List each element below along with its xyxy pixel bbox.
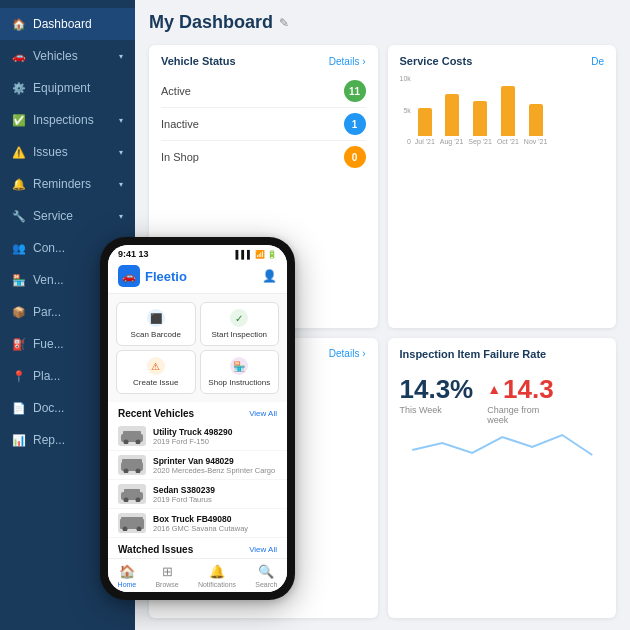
scan-barcode-button[interactable]: ⬛ Scan Barcode: [116, 302, 196, 346]
sidebar-item-dashboard[interactable]: 🏠 Dashboard: [0, 8, 135, 40]
view-all-issues-link[interactable]: View All: [249, 545, 277, 554]
rate-change-value: 14.3: [503, 374, 554, 405]
phone-actions: ⬛ Scan Barcode ✓ Start Inspection ⚠ Crea…: [108, 294, 287, 402]
start-inspection-icon: ✓: [230, 309, 248, 327]
failure-rate-title: Inspection Item Failure Rate: [400, 348, 547, 360]
vehicle-name: Sedan S380239: [153, 485, 277, 495]
fleetio-logo-icon: 🚗: [118, 265, 140, 287]
dashboard-icon: 🏠: [12, 17, 26, 31]
failure-line-chart: [400, 425, 605, 460]
watched-issues-header: Watched Issues View All: [108, 538, 287, 558]
nav-notifications[interactable]: 🔔 Notifications: [198, 564, 236, 588]
sidebar-item-label: Issues: [33, 145, 68, 159]
bar: [445, 94, 459, 136]
nav-browse-label: Browse: [155, 581, 178, 588]
chevron-icon: ▾: [119, 116, 123, 125]
vehicle-info: Sprinter Van 948029 2020 Mercedes-Benz S…: [153, 456, 277, 475]
card-header: Vehicle Status Details ›: [161, 55, 366, 67]
service-costs-title: Service Costs: [400, 55, 473, 67]
svg-rect-4: [123, 431, 141, 436]
rate-label: This Week: [400, 405, 474, 415]
sidebar-item-reminders[interactable]: 🔔 Reminders ▾: [0, 168, 135, 200]
nav-search[interactable]: 🔍 Search: [255, 564, 277, 588]
card-header: Inspection Item Failure Rate: [400, 348, 605, 360]
sidebar-item-label: Vehicles: [33, 49, 78, 63]
service-icon: 🔧: [12, 209, 26, 223]
vehicle-item[interactable]: Box Truck FB49080 2016 GMC Savana Cutawa…: [108, 509, 287, 538]
create-issue-label: Create Issue: [133, 378, 178, 387]
vehicle-thumb: [118, 426, 146, 446]
app-container: 🏠 Dashboard 🚗 Vehicles ▾ ⚙️ Equipment ✅ …: [0, 0, 630, 630]
bar-group: Jul '21: [415, 108, 435, 145]
vehicle-info: Utility Truck 498290 2019 Ford F-150: [153, 427, 277, 446]
browse-nav-icon: ⊞: [162, 564, 173, 579]
nav-browse[interactable]: ⊞ Browse: [155, 564, 178, 588]
sidebar-item-inspections[interactable]: ✅ Inspections ▾: [0, 104, 135, 136]
view-all-vehicles-link[interactable]: View All: [249, 409, 277, 418]
sidebar-item-label: Pla...: [33, 369, 60, 383]
vehicle-item[interactable]: Sedan S380239 2019 Ford Taurus: [108, 480, 287, 509]
contacts-icon: 👥: [12, 241, 26, 255]
y-label: 5k: [400, 107, 411, 114]
sidebar-item-label: Service: [33, 209, 73, 223]
phone-mockup: 9:41 13 ▌▌▌ 📶 🔋 🚗 Fleetio 👤 ⬛ Scan Barco…: [100, 237, 295, 600]
vehicle-name: Box Truck FB49080: [153, 514, 277, 524]
nav-search-label: Search: [255, 581, 277, 588]
status-row-inactive: Inactive 1: [161, 108, 366, 141]
reports-icon: 📊: [12, 433, 26, 447]
vehicle-sub: 2019 Ford Taurus: [153, 495, 277, 504]
home-nav-icon: 🏠: [119, 564, 135, 579]
phone-search-icon[interactable]: 👤: [262, 269, 277, 283]
status-row-inshop: In Shop 0: [161, 141, 366, 173]
phone-logo: 🚗 Fleetio: [118, 265, 187, 287]
vehicle-sub: 2019 Ford F-150: [153, 437, 277, 446]
documents-icon: 📄: [12, 401, 26, 415]
start-inspection-button[interactable]: ✓ Start Inspection: [200, 302, 280, 346]
vehicle-item[interactable]: Sprinter Van 948029 2020 Mercedes-Benz S…: [108, 451, 287, 480]
card-header: Service Costs De: [400, 55, 605, 67]
shop-instructions-button[interactable]: 🏪 Shop Instructions: [200, 350, 280, 394]
vehicle-thumb: [118, 455, 146, 475]
notifications-nav-icon: 🔔: [209, 564, 225, 579]
vehicle-thumb: [118, 513, 146, 533]
failure-rate-wrap: 14.3% This Week ▲ 14.3 Change fromweek: [400, 368, 605, 425]
parts-icon: 📦: [12, 305, 26, 319]
service-costs-detail[interactable]: De: [591, 56, 604, 67]
sidebar-item-issues[interactable]: ⚠️ Issues ▾: [0, 136, 135, 168]
sidebar-item-service[interactable]: 🔧 Service ▾: [0, 200, 135, 232]
app-name: Fleetio: [145, 269, 187, 284]
sidebar-item-label: Inspections: [33, 113, 94, 127]
bar: [501, 86, 515, 136]
recent-vehicles-title: Recent Vehicles: [118, 408, 194, 419]
services-summary-detail[interactable]: Details ›: [329, 348, 366, 359]
failure-rate-card: Inspection Item Failure Rate 14.3% This …: [388, 338, 617, 619]
vendors-icon: 🏪: [12, 273, 26, 287]
vehicle-item[interactable]: Utility Truck 498290 2019 Ford F-150: [108, 422, 287, 451]
watched-issues-title: Watched Issues: [118, 544, 193, 555]
create-issue-button[interactable]: ⚠ Create Issue: [116, 350, 196, 394]
edit-icon[interactable]: ✎: [279, 16, 289, 30]
vehicle-status-detail[interactable]: Details ›: [329, 56, 366, 67]
status-label-inshop: In Shop: [161, 151, 199, 163]
chevron-icon: ▾: [119, 180, 123, 189]
y-label: 0: [400, 138, 411, 145]
sidebar-item-equipment[interactable]: ⚙️ Equipment: [0, 72, 135, 104]
sidebar-item-vehicles[interactable]: 🚗 Vehicles ▾: [0, 40, 135, 72]
sidebar-item-label: Dashboard: [33, 17, 92, 31]
status-badge-active: 11: [344, 80, 366, 102]
sidebar-item-label: Doc...: [33, 401, 64, 415]
status-label-inactive: Inactive: [161, 118, 199, 130]
sidebar-item-label: Fue...: [33, 337, 64, 351]
vehicle-name: Utility Truck 498290: [153, 427, 277, 437]
bar-group: Oct '21: [497, 86, 519, 145]
svg-rect-8: [122, 459, 142, 465]
nav-home[interactable]: 🏠 Home: [118, 564, 137, 588]
bar-label: Oct '21: [497, 138, 519, 145]
inspections-icon: ✅: [12, 113, 26, 127]
vehicle-sub: 2020 Mercedes-Benz Sprinter Cargo: [153, 466, 277, 475]
sidebar-item-label: Reminders: [33, 177, 91, 191]
page-title-bar: My Dashboard ✎: [149, 12, 616, 33]
chevron-icon: ▾: [119, 212, 123, 221]
start-inspection-label: Start Inspection: [211, 330, 267, 339]
bar-label: Nov '21: [524, 138, 548, 145]
